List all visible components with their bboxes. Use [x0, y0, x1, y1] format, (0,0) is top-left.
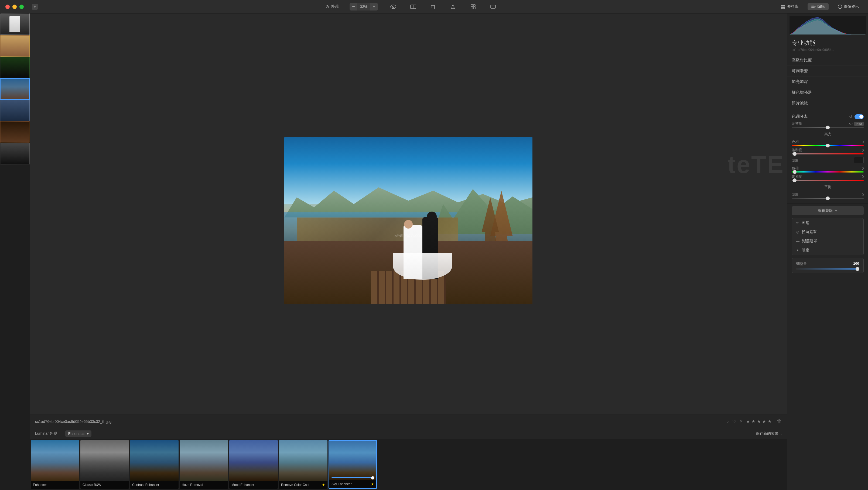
right-panel: 专业功能 cc1ad76ebf004ce0ac9d054... 高级对比度 可调… [787, 13, 868, 490]
film-star-colorcast[interactable]: ★ [322, 483, 325, 487]
adjustment-thumb[interactable] [826, 126, 830, 129]
essentials-dropdown[interactable]: Essentials ▾ [65, 430, 91, 437]
menu-item-adjustable-gradient[interactable]: 可调渐变 [787, 66, 868, 76]
view-label[interactable]: ⊙ 外观 [326, 4, 339, 9]
toolbar-center: ⊙ 外观 − 33% + [46, 2, 777, 11]
shadow-sat-thumb[interactable] [793, 178, 797, 182]
balance-shadow-thumb[interactable] [826, 196, 830, 200]
close-button[interactable] [5, 5, 10, 9]
radial-icon: ◎ [796, 230, 799, 234]
star-4[interactable]: ★ [762, 419, 766, 424]
thumbnail-6[interactable] [0, 121, 30, 143]
film-item-haze[interactable]: Haze Removal [180, 440, 228, 489]
undo-button[interactable]: ↺ [849, 115, 852, 119]
mask-adj-track[interactable] [796, 268, 859, 269]
brush-tool-item[interactable]: ✏ 画笔 [792, 218, 863, 227]
thumbnail-strip [0, 13, 30, 490]
shadow-sat-value: 0 [862, 175, 864, 179]
highlight-sat-track[interactable] [792, 153, 864, 155]
filename-label: cc1ad76ebf004ce0ac9d054e65b33c32_th.jpg [35, 419, 721, 424]
thumbnail-2[interactable] [0, 35, 30, 57]
menu-item-advanced-contrast[interactable]: 高级对比度 [787, 55, 868, 66]
fullscreen-button[interactable] [489, 2, 498, 11]
svg-rect-6 [471, 7, 473, 9]
balance-shadow-track[interactable] [792, 198, 864, 199]
thumbnail-5[interactable] [0, 100, 30, 121]
star-1[interactable]: ★ [746, 419, 750, 424]
svg-point-1 [393, 6, 394, 7]
film-item-mood[interactable]: Mood Enhancer [229, 440, 278, 489]
star-3[interactable]: ★ [757, 419, 761, 424]
minimize-button[interactable] [12, 5, 17, 9]
film-label-bw: Classic B&W [83, 483, 101, 487]
delete-button[interactable]: 🗑 [777, 419, 782, 424]
shadow-hue-track[interactable] [792, 171, 864, 172]
mask-adj-fill [796, 268, 859, 269]
film-item-bw[interactable]: Classic B&W [81, 440, 129, 489]
watermark: www.MacW.com [395, 233, 423, 237]
edit-mode-button[interactable]: 编辑 [808, 3, 829, 10]
split-view-button[interactable] [409, 2, 418, 11]
svg-rect-4 [471, 5, 473, 6]
balance-shadow-fill [792, 198, 828, 199]
section-subtitle: cc1ad76ebf004ce0ac9d054... [787, 48, 868, 55]
star-2[interactable]: ★ [751, 419, 755, 424]
filmstrip: Luminar 外观： Essentials ▾ 保存新的效果... Enhan… [30, 428, 787, 490]
zoom-minus-button[interactable]: − [349, 3, 357, 10]
library-mode-button[interactable]: 资料库 [777, 3, 802, 10]
star-5[interactable]: ★ [768, 419, 771, 424]
shadow-sat-label: 饱和度 [792, 174, 802, 179]
reject-button[interactable]: ✕ [739, 419, 743, 424]
film-star-sky[interactable]: ★ [371, 482, 374, 486]
flag-button[interactable]: ○ [726, 419, 729, 424]
shadow-color-picker[interactable] [854, 157, 864, 163]
save-effects-button[interactable]: 保存新的效果... [756, 431, 782, 436]
crop-tool-button[interactable] [429, 2, 438, 11]
eye-tool-button[interactable] [389, 2, 398, 11]
brush-icon: ✏ [796, 221, 799, 225]
edit-mask-button[interactable]: 编辑蒙版 ▼ [792, 206, 864, 215]
thumbnail-3[interactable] [0, 57, 30, 78]
svg-rect-9 [781, 5, 783, 6]
view-icon: ⊙ [326, 4, 329, 9]
shadow-sat-track[interactable] [792, 180, 864, 181]
star-rating[interactable]: ★ ★ ★ ★ ★ [746, 419, 771, 424]
new-tab-button[interactable]: + [32, 4, 38, 10]
film-label-haze: Haze Removal [182, 483, 203, 487]
share-button[interactable] [448, 2, 458, 11]
highlight-sat-label: 饱和度 [792, 148, 802, 153]
shadow-sat-row: 饱和度 0 [792, 174, 864, 181]
zoom-plus-button[interactable]: + [370, 3, 378, 10]
mask-adj-thumb[interactable] [856, 267, 859, 271]
gradient-mask-item[interactable]: ▬ 渐层遮罩 [792, 237, 863, 246]
highlight-hue-track[interactable] [792, 145, 864, 146]
highlight-sat-thumb[interactable] [793, 152, 797, 156]
thumbnail-4-active[interactable] [0, 78, 30, 100]
shadow-hue-thumb[interactable] [793, 170, 797, 174]
radial-mask-item[interactable]: ◎ 径向遮罩 [792, 227, 863, 237]
maximize-button[interactable] [20, 5, 24, 9]
svg-rect-7 [473, 7, 475, 9]
menu-item-color-enhancer[interactable]: 颜色增强器 [787, 87, 868, 98]
film-item-enhancer[interactable]: Enhancer [31, 440, 79, 489]
svg-rect-15 [811, 5, 814, 5]
color-grading-title: 色调分离 [792, 114, 808, 119]
adjustment-track[interactable] [792, 127, 864, 128]
film-item-sky[interactable]: Sky Enhancer ★ [329, 440, 377, 489]
menu-item-dodge-burn[interactable]: 加亮加深 [787, 76, 868, 87]
color-grading-controls: ↺ [849, 114, 864, 119]
highlight-hue-thumb[interactable] [826, 144, 830, 148]
info-mode-button[interactable]: i 影像资讯 [834, 3, 863, 10]
favorite-button[interactable]: ♡ [732, 419, 736, 424]
adjustment-fill [792, 127, 828, 128]
thumbnail-7[interactable] [0, 143, 30, 164]
film-item-contrast[interactable]: Contrast Enhancer [130, 440, 179, 489]
grid-button[interactable] [468, 2, 478, 11]
luminosity-item[interactable]: ✦ 明度 [792, 246, 863, 255]
luminar-look-label: Luminar 外观： [35, 431, 61, 436]
histogram [789, 15, 866, 34]
color-grading-toggle[interactable] [855, 114, 864, 119]
film-item-colorcast[interactable]: Remove Color Cast ★ [279, 440, 328, 489]
thumbnail-1[interactable] [0, 13, 30, 35]
menu-item-photo-filter[interactable]: 照片滤镜 [787, 98, 868, 109]
